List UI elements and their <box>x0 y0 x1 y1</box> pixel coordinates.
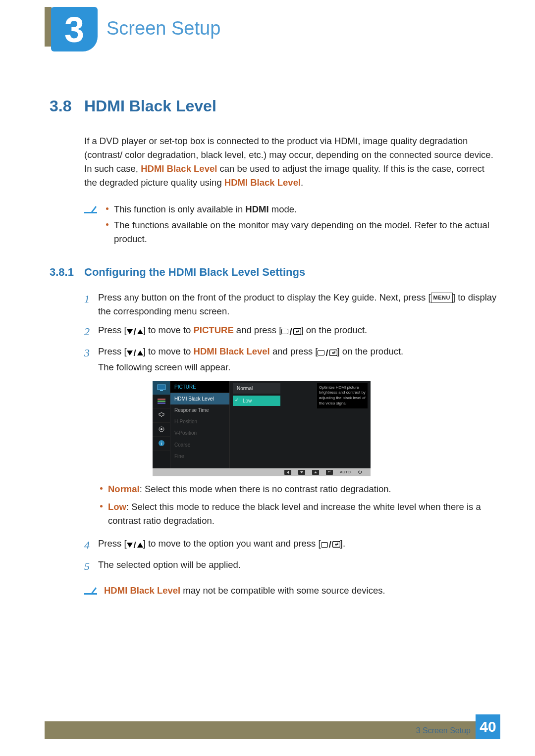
text: and press [ <box>270 346 318 356</box>
step-4: 4 Press [/] to move to the option you wa… <box>84 537 498 553</box>
step-number: 3 <box>84 345 98 532</box>
osd-menu-column: PICTURE HDMI Black Level Response Time H… <box>170 381 230 468</box>
page-number: 40 <box>476 714 500 739</box>
note-block: This function is only available in HDMI … <box>84 202 498 248</box>
option-descriptions: Normal: Select this mode when there is n… <box>98 482 498 528</box>
auto-label: AUTO <box>340 469 351 475</box>
note-list: This function is only available in HDMI … <box>104 202 498 248</box>
osd-side-info-icon: i <box>153 437 170 451</box>
text: This function is only available in <box>114 204 245 214</box>
osd-menu-item: Response Time <box>170 404 229 416</box>
osd-options-column: Normal Low Optimize HDMI picture brightn… <box>230 381 371 468</box>
chapter-title: Screen Setup <box>107 18 220 39</box>
osd-menu-item: Fine <box>170 451 229 462</box>
note-icon <box>84 584 97 595</box>
option-desc-normal: Normal: Select this mode when there is n… <box>98 482 498 496</box>
text: The following screen will appear. <box>98 360 498 374</box>
step-1: 1 Press any button on the front of the p… <box>84 291 498 318</box>
menu-button-icon: MENU <box>431 293 453 303</box>
term-hdmi-black-level: HDMI Black Level <box>104 585 180 596</box>
down-up-arrows-icon: / <box>127 538 143 552</box>
select-enter-icon: / <box>318 346 337 360</box>
osd-footer-bar: ↵ AUTO ⏻ <box>153 468 371 476</box>
svg-point-8 <box>160 428 162 430</box>
section-heading: 3.8 HDMI Black Level <box>50 94 498 118</box>
text: . <box>301 177 303 188</box>
osd-option-low-selected: Low <box>233 396 280 406</box>
down-up-arrows-icon: / <box>127 346 143 360</box>
text: ] to move to <box>143 346 194 356</box>
step-number: 2 <box>84 323 98 340</box>
step-3: 3 Press [/] to move to HDMI Black Level … <box>84 345 498 532</box>
text: Press [ <box>98 346 127 356</box>
text: : Select this mode when there is no cont… <box>140 484 391 494</box>
step-body: The selected option will be applied. <box>98 558 498 574</box>
osd-menu-header: PICTURE <box>170 381 229 393</box>
nav-down-icon <box>298 470 305 475</box>
term-hdmi-black-level: HDMI Black Level <box>194 346 270 356</box>
text: Press any button on the front of the pro… <box>98 292 431 302</box>
term-picture: PICTURE <box>194 325 234 335</box>
step-body: Press [/] to move to HDMI Black Level an… <box>98 345 498 532</box>
section-number: 3.8 <box>50 94 84 118</box>
subsection-title: Configuring the HDMI Black Level Setting… <box>84 264 305 280</box>
text: ] to move to <box>143 325 194 335</box>
document-page: 3 Screen Setup 3.8 HDMI Black Level If a… <box>0 0 535 756</box>
term-hdmi-black-level: HDMI Black Level <box>224 177 301 188</box>
text: ] on the product. <box>337 346 404 356</box>
step-5: 5 The selected option will be applied. <box>84 558 498 574</box>
osd-menu-item: HDMI Black Level <box>170 393 229 404</box>
text: ]. <box>340 538 345 549</box>
text: ] to move to the option you want and pre… <box>143 538 321 549</box>
chapter-tab: 3 <box>51 7 98 51</box>
osd-side-icon <box>153 409 170 423</box>
step-number: 5 <box>84 558 98 574</box>
svg-rect-3 <box>160 390 163 391</box>
text: mode. <box>269 204 297 214</box>
nav-left-icon <box>284 470 291 475</box>
osd-menu-item: V-Position <box>170 427 229 439</box>
note-block: HDMI Black Level may not be compatible w… <box>84 584 498 598</box>
content-area: 3.8 HDMI Black Level If a DVD player or … <box>50 94 498 598</box>
text: : Select this mode to reduce the black l… <box>108 502 481 526</box>
decorative-stripe <box>45 7 52 47</box>
term-normal: Normal <box>108 484 140 494</box>
text: ] on the product. <box>301 325 368 335</box>
footer-label: 3 Screen Setup <box>416 726 471 735</box>
osd-desc-box: Optimize HDMI picture brightness and con… <box>317 383 368 408</box>
note-item: The functions available on the monitor m… <box>104 218 498 246</box>
step-body: Press any button on the front of the pro… <box>98 291 498 318</box>
osd-menu-item: H-Position <box>170 416 229 427</box>
text: may not be compatible with some source d… <box>180 585 385 596</box>
step-number: 4 <box>84 537 98 553</box>
select-enter-icon: / <box>321 538 340 552</box>
svg-rect-4 <box>158 399 165 400</box>
option-desc-low: Low: Select this mode to reduce the blac… <box>98 500 498 528</box>
text: and press [ <box>234 325 282 335</box>
note-item: This function is only available in HDMI … <box>104 202 498 216</box>
osd-screenshot: i PICTURE HDMI Black Level Response Time… <box>153 381 371 476</box>
step-number: 1 <box>84 291 98 318</box>
text-bold: HDMI <box>245 204 268 214</box>
svg-rect-5 <box>158 401 165 402</box>
down-up-arrows-icon: / <box>127 325 143 339</box>
osd-sidebar: i <box>153 381 170 468</box>
nav-up-icon <box>312 470 319 475</box>
subsection-number: 3.8.1 <box>50 264 84 280</box>
step-2: 2 Press [/] to move to PICTURE and press… <box>84 323 498 340</box>
section-title: HDMI Black Level <box>84 94 216 118</box>
osd-side-picture-icon <box>153 381 170 395</box>
power-icon: ⏻ <box>358 469 362 475</box>
osd-menu-item: Coarse <box>170 439 229 451</box>
note-text: HDMI Black Level may not be compatible w… <box>104 584 385 598</box>
select-enter-icon: / <box>281 325 301 339</box>
osd-side-icon <box>153 395 170 409</box>
step-body: Press [/] to move to the option you want… <box>98 537 498 553</box>
note-icon <box>84 202 97 213</box>
intro-paragraph: If a DVD player or set-top box is connec… <box>84 134 498 190</box>
nav-enter-icon: ↵ <box>326 470 333 475</box>
svg-text:i: i <box>160 441 162 446</box>
term-low: Low <box>108 502 126 512</box>
subsection-heading: 3.8.1 Configuring the HDMI Black Level S… <box>50 264 498 280</box>
osd-side-gear-icon <box>153 423 170 437</box>
